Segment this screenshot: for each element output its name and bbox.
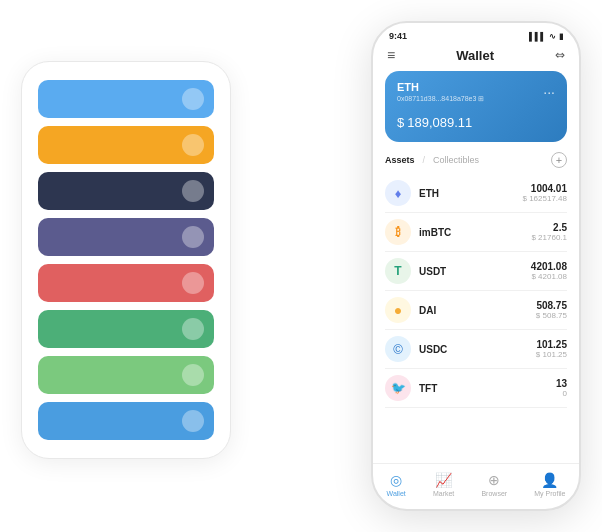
card-item-5: [38, 264, 214, 302]
signal-icon: ▌▌▌: [529, 32, 546, 41]
tft-amount: 13: [556, 378, 567, 389]
eth-card-address: 0x08711d38...8418a78e3 ⊞: [397, 95, 555, 103]
eth-card-balance: $189,089.11: [397, 109, 555, 132]
card-item-6: [38, 310, 214, 348]
asset-row-usdc[interactable]: © USDC 101.25 $ 101.25: [385, 330, 567, 369]
page-title: Wallet: [456, 48, 494, 63]
card-item-7: [38, 356, 214, 394]
menu-icon[interactable]: ≡: [387, 47, 395, 63]
nav-browser[interactable]: ⊕ Browser: [481, 472, 507, 497]
card-item-3: [38, 172, 214, 210]
expand-icon[interactable]: ⇔: [555, 48, 565, 62]
assets-tabs: Assets / Collectibles: [385, 155, 479, 165]
tft-icon: 🐦: [385, 375, 411, 401]
usdc-icon: ©: [385, 336, 411, 362]
dai-amounts: 508.75 $ 508.75: [536, 300, 567, 320]
market-nav-icon: 📈: [435, 472, 452, 488]
assets-header: Assets / Collectibles +: [373, 152, 579, 174]
asset-row-imbtc[interactable]: ₿ imBTC 2.5 $ 21760.1: [385, 213, 567, 252]
usdc-amounts: 101.25 $ 101.25: [536, 339, 567, 359]
market-nav-label: Market: [433, 490, 454, 497]
asset-row-tft[interactable]: 🐦 TFT 13 0: [385, 369, 567, 408]
imbtc-usd: $ 21760.1: [531, 233, 567, 242]
add-asset-button[interactable]: +: [551, 152, 567, 168]
dai-usd: $ 508.75: [536, 311, 567, 320]
eth-card-coin: ETH: [397, 81, 555, 93]
nav-wallet[interactable]: ◎ Wallet: [387, 472, 406, 497]
browser-nav-icon: ⊕: [488, 472, 500, 488]
card-stack: [21, 61, 231, 459]
imbtc-icon: ₿: [385, 219, 411, 245]
usdt-amounts: 4201.08 $ 4201.08: [531, 261, 567, 281]
profile-nav-label: My Profile: [534, 490, 565, 497]
card-item-2: [38, 126, 214, 164]
usdc-usd: $ 101.25: [536, 350, 567, 359]
eth-icon: ♦: [385, 180, 411, 206]
imbtc-amounts: 2.5 $ 21760.1: [531, 222, 567, 242]
browser-nav-label: Browser: [481, 490, 507, 497]
nav-profile[interactable]: 👤 My Profile: [534, 472, 565, 497]
asset-row-usdt[interactable]: T USDT 4201.08 $ 4201.08: [385, 252, 567, 291]
status-time: 9:41: [389, 31, 407, 41]
usdt-icon: T: [385, 258, 411, 284]
asset-list: ♦ ETH 1004.01 $ 162517.48 ₿ imBTC 2.5 $ …: [373, 174, 579, 463]
asset-row-eth[interactable]: ♦ ETH 1004.01 $ 162517.48: [385, 174, 567, 213]
tft-name: TFT: [419, 383, 556, 394]
usdc-name: USDC: [419, 344, 536, 355]
tft-usd: 0: [556, 389, 567, 398]
usdc-amount: 101.25: [536, 339, 567, 350]
eth-amounts: 1004.01 $ 162517.48: [523, 183, 568, 203]
eth-usd: $ 162517.48: [523, 194, 568, 203]
dai-name: DAI: [419, 305, 536, 316]
eth-amount: 1004.01: [523, 183, 568, 194]
usdt-amount: 4201.08: [531, 261, 567, 272]
card-item-4: [38, 218, 214, 256]
imbtc-amount: 2.5: [531, 222, 567, 233]
tab-slash: /: [423, 155, 426, 165]
wifi-icon: ∿: [549, 32, 556, 41]
card-item-1: [38, 80, 214, 118]
status-bar: 9:41 ▌▌▌ ∿ ▮: [373, 23, 579, 45]
dai-icon: ●: [385, 297, 411, 323]
usdt-name: USDT: [419, 266, 531, 277]
tab-assets[interactable]: Assets: [385, 155, 415, 165]
usdt-usd: $ 4201.08: [531, 272, 567, 281]
app-header: ≡ Wallet ⇔: [373, 45, 579, 71]
profile-nav-icon: 👤: [541, 472, 558, 488]
tab-collectibles[interactable]: Collectibles: [433, 155, 479, 165]
wallet-nav-label: Wallet: [387, 490, 406, 497]
nav-market[interactable]: 📈 Market: [433, 472, 454, 497]
phone-frame: 9:41 ▌▌▌ ∿ ▮ ≡ Wallet ⇔ ... ETH 0x08711d…: [371, 21, 581, 511]
eth-wallet-card[interactable]: ... ETH 0x08711d38...8418a78e3 ⊞ $189,08…: [385, 71, 567, 142]
wallet-nav-icon: ◎: [390, 472, 402, 488]
battery-icon: ▮: [559, 32, 563, 41]
bottom-nav: ◎ Wallet 📈 Market ⊕ Browser 👤 My Profile: [373, 463, 579, 509]
dai-amount: 508.75: [536, 300, 567, 311]
asset-row-dai[interactable]: ● DAI 508.75 $ 508.75: [385, 291, 567, 330]
status-icons: ▌▌▌ ∿ ▮: [529, 32, 563, 41]
imbtc-name: imBTC: [419, 227, 531, 238]
eth-name: ETH: [419, 188, 523, 199]
card-item-8: [38, 402, 214, 440]
tft-amounts: 13 0: [556, 378, 567, 398]
